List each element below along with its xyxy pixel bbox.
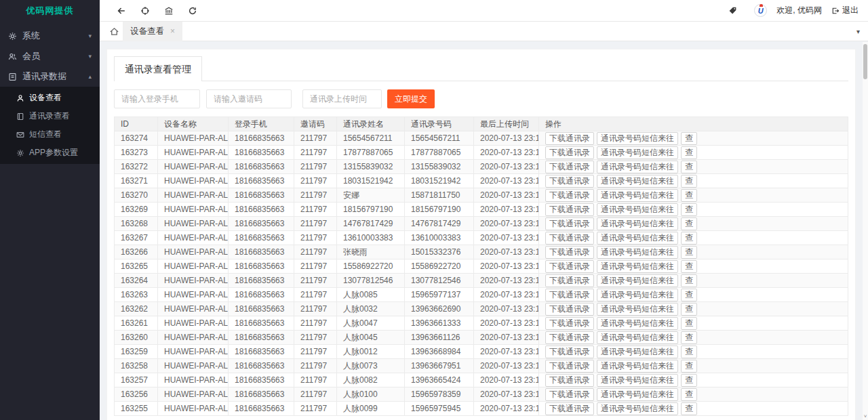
- download-contacts-button[interactable]: 下载通讯录: [545, 189, 594, 202]
- contacts-sms-button[interactable]: 通讯录号码短信来往: [597, 374, 678, 387]
- contacts-sms-button[interactable]: 通讯录号码短信来往: [597, 189, 678, 202]
- contacts-sms-button[interactable]: 通讯录号码短信来往: [597, 331, 678, 344]
- view-button[interactable]: 查: [681, 303, 697, 316]
- col-header-upload-time: 最后上传时间: [474, 117, 539, 131]
- sidebar-item-app-settings[interactable]: APP参数设置: [0, 144, 100, 162]
- table-cell: 211797: [294, 331, 337, 345]
- download-contacts-button[interactable]: 下载通讯录: [545, 360, 594, 373]
- view-button[interactable]: 查: [681, 360, 697, 373]
- chevron-down-icon[interactable]: ▾: [856, 28, 860, 35]
- view-button[interactable]: 查: [681, 132, 697, 145]
- tab-contacts-view-manage[interactable]: 通讯录查看管理: [114, 56, 202, 81]
- contacts-sms-button[interactable]: 通讯录号码短信来往: [597, 132, 678, 145]
- table-cell: 18166835663: [229, 331, 294, 345]
- download-contacts-button[interactable]: 下载通讯录: [545, 388, 594, 401]
- refresh-icon[interactable]: [180, 0, 204, 22]
- table-cell: 211797: [294, 174, 337, 188]
- contacts-sms-button[interactable]: 通讯录号码短信来往: [597, 402, 678, 415]
- view-button[interactable]: 查: [681, 374, 697, 387]
- table-row: 163262HUAWEI-PAR-AL0018166835663211797人脉…: [115, 302, 848, 316]
- view-button[interactable]: 查: [681, 317, 697, 330]
- sidebar-item-device-view[interactable]: 设备查看: [0, 89, 100, 107]
- scrollbar-thumb[interactable]: [863, 44, 867, 79]
- view-button[interactable]: 查: [681, 246, 697, 259]
- view-button[interactable]: 查: [681, 161, 697, 173]
- contacts-sms-button[interactable]: 通讯录号码短信来往: [597, 260, 678, 273]
- clear-cache-icon[interactable]: [157, 0, 180, 22]
- download-contacts-button[interactable]: 下载通讯录: [545, 289, 594, 301]
- sidebar-item-contacts-view[interactable]: 通讯录查看: [0, 107, 100, 125]
- download-contacts-button[interactable]: 下载通讯录: [545, 303, 594, 316]
- download-contacts-button[interactable]: 下载通讯录: [545, 317, 594, 330]
- contacts-sms-button[interactable]: 通讯录号码短信来往: [597, 274, 678, 287]
- upload-time-input[interactable]: [302, 89, 382, 108]
- logout-button[interactable]: 退出: [831, 5, 859, 16]
- view-button[interactable]: 查: [681, 402, 697, 415]
- tab-device-view[interactable]: 设备查看 ×: [123, 22, 182, 41]
- sidebar-item-system[interactable]: 系统 ▾: [0, 26, 100, 46]
- table-cell: 163268: [115, 217, 158, 231]
- download-contacts-button[interactable]: 下载通讯录: [545, 146, 594, 159]
- sidebar-item-members[interactable]: 会员 ▾: [0, 46, 100, 66]
- tag-icon[interactable]: [721, 0, 745, 22]
- contacts-sms-button[interactable]: 通讯录号码短信来往: [597, 317, 678, 330]
- view-button[interactable]: 查: [681, 232, 697, 245]
- view-button[interactable]: 查: [681, 175, 697, 188]
- contacts-sms-button[interactable]: 通讯录号码短信来往: [597, 146, 678, 159]
- download-contacts-button[interactable]: 下载通讯录: [545, 217, 594, 230]
- contacts-sms-button[interactable]: 通讯录号码短信来往: [597, 345, 678, 358]
- download-contacts-button[interactable]: 下载通讯录: [545, 246, 594, 259]
- contacts-sms-button[interactable]: 通讯录号码短信来往: [597, 246, 678, 259]
- submit-button[interactable]: 立即提交: [387, 89, 435, 108]
- download-contacts-button[interactable]: 下载通讯录: [545, 345, 594, 358]
- download-contacts-button[interactable]: 下载通讯录: [545, 260, 594, 273]
- contacts-sms-button[interactable]: 通讯录号码短信来往: [597, 175, 678, 188]
- contacts-sms-button[interactable]: 通讯录号码短信来往: [597, 360, 678, 373]
- row-actions-cell: 下载通讯录通讯录号码短信来往查: [539, 146, 848, 160]
- contacts-sms-button[interactable]: 通讯录号码短信来往: [597, 217, 678, 230]
- view-button[interactable]: 查: [681, 331, 697, 344]
- row-actions-cell: 下载通讯录通讯录号码短信来往查: [539, 345, 848, 359]
- download-contacts-button[interactable]: 下载通讯录: [545, 402, 594, 415]
- view-button[interactable]: 查: [681, 274, 697, 287]
- contacts-sms-button[interactable]: 通讯录号码短信来往: [597, 161, 678, 173]
- contacts-sms-button[interactable]: 通讯录号码短信来往: [597, 232, 678, 245]
- contacts-sms-button[interactable]: 通讯录号码短信来往: [597, 303, 678, 316]
- sidebar-item-sms-view[interactable]: 短信查看: [0, 125, 100, 144]
- contacts-sms-button[interactable]: 通讯录号码短信来往: [597, 388, 678, 401]
- view-button[interactable]: 查: [681, 203, 697, 216]
- sidebar-item-contacts-data[interactable]: 通讯录数据 ▴: [0, 66, 100, 87]
- view-button[interactable]: 查: [681, 146, 697, 159]
- table-cell: HUAWEI-PAR-AL00: [158, 316, 229, 331]
- download-contacts-button[interactable]: 下载通讯录: [545, 161, 594, 173]
- view-button[interactable]: 查: [681, 260, 697, 273]
- contacts-sms-button[interactable]: 通讯录号码短信来往: [597, 289, 678, 301]
- close-icon[interactable]: ×: [170, 26, 175, 36]
- download-contacts-button[interactable]: 下载通讯录: [545, 331, 594, 344]
- table-body: 163274HUAWEI-PAR-AL001816683566321179715…: [115, 131, 848, 416]
- back-icon[interactable]: [109, 0, 133, 22]
- download-contacts-button[interactable]: 下载通讯录: [545, 232, 594, 245]
- table-cell: 2020-07-13 23:13:32: [474, 316, 539, 331]
- scrollbar-down-arrow[interactable]: ˅: [863, 413, 868, 419]
- view-button[interactable]: 查: [681, 388, 697, 401]
- download-contacts-button[interactable]: 下载通讯录: [545, 374, 594, 387]
- crosshair-icon[interactable]: [133, 0, 157, 22]
- download-contacts-button[interactable]: 下载通讯录: [545, 175, 594, 188]
- download-contacts-button[interactable]: 下载通讯录: [545, 274, 594, 287]
- view-button[interactable]: 查: [681, 217, 697, 230]
- table-row: 163258HUAWEI-PAR-AL0018166835663211797人脉…: [115, 359, 848, 373]
- table-cell: 2020-07-13 23:13:32: [474, 231, 539, 245]
- download-contacts-button[interactable]: 下载通讯录: [545, 203, 594, 216]
- view-button[interactable]: 查: [681, 189, 697, 202]
- download-contacts-button[interactable]: 下载通讯录: [545, 132, 594, 145]
- login-phone-input[interactable]: [114, 89, 200, 108]
- avatar[interactable]: U: [754, 4, 767, 17]
- table-cell: 163259: [115, 345, 158, 359]
- view-button[interactable]: 查: [681, 345, 697, 358]
- invite-code-input[interactable]: [206, 89, 292, 108]
- contacts-sms-button[interactable]: 通讯录号码短信来往: [597, 203, 678, 216]
- vertical-scrollbar[interactable]: ˅: [863, 42, 868, 420]
- home-icon[interactable]: [105, 26, 123, 37]
- view-button[interactable]: 查: [681, 289, 697, 301]
